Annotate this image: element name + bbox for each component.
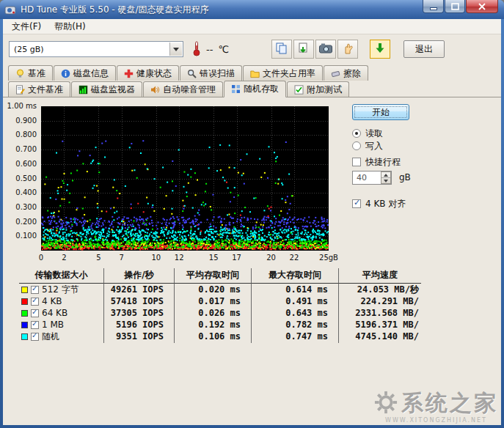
update-download-button[interactable] bbox=[370, 40, 390, 59]
x-tick-label: 17 bbox=[226, 254, 248, 262]
tab-label: 基准 bbox=[28, 67, 45, 80]
short-stroke-stepper[interactable] bbox=[381, 171, 391, 184]
series-checkbox[interactable] bbox=[31, 333, 39, 341]
ops-value: 49261 IOPS bbox=[104, 284, 175, 296]
column-header: 平均存取时间 bbox=[175, 268, 252, 284]
table-row: 随机9351 IOPS0.106 ms0.747 ms4745.140 MB/ bbox=[19, 331, 421, 342]
series-checkbox[interactable] bbox=[31, 321, 39, 329]
tab-disk-monitor[interactable]: 磁盘监视器 bbox=[71, 81, 142, 97]
app-window: HD Tune 专业版 5.50 - 硬盘/固态硬盘实用程序 文件(F) 帮助(… bbox=[0, 0, 504, 428]
screenshot-button[interactable] bbox=[315, 40, 336, 59]
speaker-icon bbox=[150, 85, 160, 95]
write-radio[interactable] bbox=[352, 141, 361, 150]
menubar: 文件(F) 帮助(H) bbox=[3, 19, 501, 34]
series-color-swatch bbox=[21, 310, 28, 317]
avg-speed-value: 224.291 MB/ bbox=[339, 295, 421, 307]
y-tick-label: 1.00 ms bbox=[4, 102, 37, 110]
x-tick-label: 12 bbox=[168, 254, 190, 262]
tab-label: 磁盘信息 bbox=[73, 67, 109, 80]
maximize-button[interactable] bbox=[445, 0, 465, 13]
health-cross-icon bbox=[124, 69, 134, 78]
y-tick-label: 0.300 bbox=[4, 203, 37, 211]
write-radio-label: 写入 bbox=[365, 140, 383, 152]
tab-extra-tests[interactable]: 附加测试 bbox=[287, 81, 349, 97]
drive-select-value: (25 gB) bbox=[14, 45, 44, 54]
series-checkbox[interactable] bbox=[31, 309, 39, 317]
tab-health[interactable]: 健康状态 bbox=[117, 65, 179, 81]
exit-button[interactable]: 退出 bbox=[403, 40, 445, 58]
close-button[interactable] bbox=[466, 0, 498, 13]
random-access-panel: 1.00 ms0.9000.8000.7000.6000.5000.4000.3… bbox=[3, 97, 501, 425]
series-color-swatch bbox=[21, 287, 28, 293]
titlebar[interactable]: HD Tune 专业版 5.50 - 硬盘/固态硬盘实用程序 bbox=[0, 0, 504, 19]
avg-speed-value: 2331.568 MB/ bbox=[339, 307, 421, 319]
tab-benchmark[interactable]: 基准 bbox=[8, 65, 53, 81]
toolbar: (25 gB) -- ℃ 退出 bbox=[3, 34, 501, 64]
tab-disk-info[interactable]: 磁盘信息 bbox=[54, 65, 116, 81]
save-report-button[interactable] bbox=[293, 40, 314, 59]
table-row: 1 MB5196 IOPS0.192 ms0.782 ms5196.371 MB… bbox=[19, 319, 421, 331]
y-tick-label: 0.500 bbox=[4, 174, 37, 182]
stepper-up-icon bbox=[381, 172, 390, 178]
avg-speed-value: 4745.140 MB/ bbox=[339, 331, 421, 343]
short-stroke-checkbox[interactable] bbox=[352, 158, 361, 166]
magnifier-icon bbox=[187, 69, 197, 78]
tab-random-access[interactable]: 随机存取 bbox=[224, 81, 286, 97]
tab-file-benchmark[interactable]: 文件基准 bbox=[8, 81, 70, 97]
start-button[interactable]: 开始 bbox=[352, 104, 409, 120]
max-time-value: 0.782 ms bbox=[252, 319, 339, 331]
tab-erase[interactable]: 擦除 bbox=[324, 65, 368, 81]
tab-label: 文件基准 bbox=[28, 84, 63, 96]
chevron-down-icon[interactable] bbox=[169, 43, 182, 56]
tab-error-scan[interactable]: 错误扫描 bbox=[180, 65, 242, 81]
gear-logo-icon bbox=[374, 391, 398, 416]
series-checkbox[interactable] bbox=[31, 286, 39, 294]
x-tick-label: 10 bbox=[145, 254, 167, 262]
y-tick-label: 0.700 bbox=[4, 145, 37, 153]
read-radio[interactable] bbox=[352, 129, 361, 138]
info-icon bbox=[61, 69, 70, 78]
series-color-swatch bbox=[21, 298, 28, 305]
window-controls bbox=[422, 0, 498, 13]
access-time-chart: 1.00 ms0.9000.8000.7000.6000.5000.4000.3… bbox=[4, 97, 348, 268]
test-controls: 开始 读取 写入 快捷行程 40 gB 4 KB 对齐 bbox=[335, 97, 500, 268]
x-tick-label: 15 bbox=[202, 254, 224, 262]
scatter-plot-canvas bbox=[41, 106, 329, 251]
download-arrow-icon bbox=[373, 42, 387, 57]
x-tick-label: 5 bbox=[87, 254, 109, 262]
site-watermark: 系统之家 WWW.XITONGZHIJIA.NET bbox=[374, 388, 498, 424]
checklist-icon bbox=[294, 85, 304, 95]
table-row: 4 KB57418 IOPS0.017 ms0.491 ms224.291 MB… bbox=[19, 295, 421, 307]
donate-button[interactable] bbox=[337, 40, 358, 59]
tab-folder-usage[interactable]: 文件夹占用率 bbox=[243, 65, 323, 81]
avg-speed-value: 24.053 MB/秒 bbox=[339, 284, 421, 296]
series-label: 4 KB bbox=[42, 296, 62, 306]
max-time-value: 0.747 ms bbox=[252, 331, 339, 343]
x-tick-label: 7 bbox=[111, 254, 133, 262]
read-radio-label: 读取 bbox=[365, 128, 383, 140]
align-label: 4 KB 对齐 bbox=[365, 198, 406, 210]
menu-help[interactable]: 帮助(H) bbox=[48, 19, 92, 34]
drive-select[interactable]: (25 gB) bbox=[9, 41, 183, 57]
max-time-value: 0.491 ms bbox=[252, 295, 339, 307]
tab-aam[interactable]: 自动噪音管理 bbox=[143, 81, 223, 97]
minimize-button[interactable] bbox=[423, 0, 444, 13]
y-tick-label: 0.800 bbox=[4, 130, 37, 139]
copy-report-button[interactable] bbox=[271, 40, 292, 59]
stepper-down-icon bbox=[381, 178, 390, 183]
menu-file[interactable]: 文件(F) bbox=[5, 19, 48, 34]
grid-random-icon bbox=[231, 84, 241, 94]
series-checkbox[interactable] bbox=[31, 298, 39, 306]
x-tick-label: 0 bbox=[30, 254, 52, 262]
ops-value: 9351 IOPS bbox=[104, 331, 175, 343]
thermometer-icon bbox=[192, 40, 201, 59]
results-table: 传输数据大小操作/秒平均存取时间最大存取时间平均速度 512 字节49261 I… bbox=[19, 268, 421, 342]
short-stroke-size-value: 40 bbox=[357, 173, 367, 182]
y-tick-label: 0.600 bbox=[4, 160, 37, 168]
align-checkbox[interactable] bbox=[352, 199, 361, 208]
tab-label: 文件夹占用率 bbox=[263, 67, 315, 80]
tab-label: 随机存取 bbox=[244, 83, 279, 95]
eraser-icon bbox=[331, 69, 340, 78]
tab-label: 磁盘监视器 bbox=[91, 84, 135, 96]
lightbulb-icon bbox=[15, 69, 25, 78]
